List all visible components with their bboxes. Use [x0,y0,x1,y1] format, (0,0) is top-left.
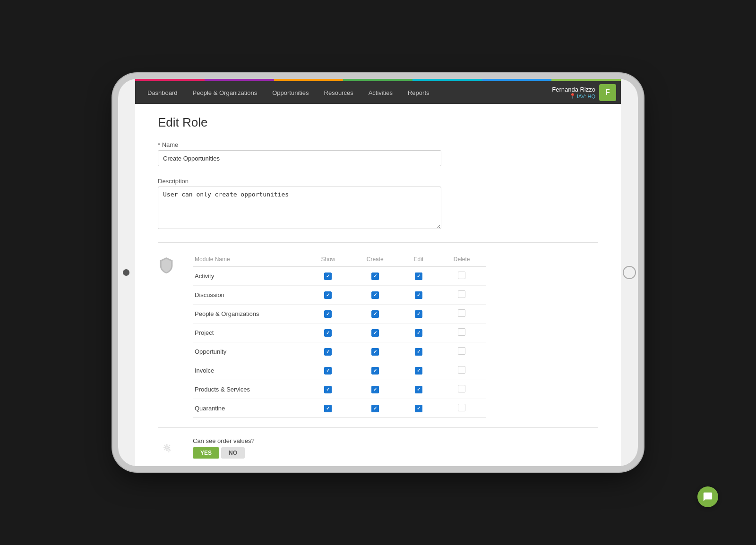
checkbox-edit[interactable] [415,291,422,299]
nav-item-dashboard[interactable]: Dashboard [140,81,185,104]
table-row: Discussion [193,286,486,305]
table-row: People & Organizations [193,305,486,324]
checkbox-delete[interactable] [458,404,465,411]
nav-item-resources[interactable]: Resources [317,81,361,104]
nav-items: DashboardPeople & OrganizationsOpportuni… [140,81,552,104]
perm-show [306,361,351,380]
settings-section: Can see order values? YES NO Can access … [158,437,598,466]
perm-edit [400,342,438,361]
permissions-section: Module NameShowCreateEditDelete Activity… [158,252,598,418]
nav-item-activities[interactable]: Activities [361,81,400,104]
perm-delete [438,324,486,342]
checkbox-delete[interactable] [458,385,465,392]
perm-edit [400,305,438,324]
checkbox-create[interactable] [371,405,379,412]
module-name: People & Organizations [193,305,306,324]
description-textarea[interactable] [158,187,441,229]
perm-show [306,267,351,286]
name-input[interactable] [158,150,441,166]
perm-delete [438,305,486,324]
perm-edit [400,399,438,418]
svg-rect-13 [168,451,170,452]
tablet-camera [123,269,129,276]
module-name: Project [193,324,306,342]
svg-rect-8 [164,449,166,451]
shield-icon-container [158,252,181,276]
perm-delete [438,267,486,286]
shield-icon [158,257,175,274]
col-header-module-name: Module Name [193,252,306,267]
checkbox-show[interactable] [324,367,332,375]
chat-icon [703,492,713,502]
checkbox-create[interactable] [371,367,379,375]
checkbox-edit[interactable] [415,329,422,337]
perm-delete [438,342,486,361]
nav-item-opportunities[interactable]: Opportunities [265,81,316,104]
checkbox-edit[interactable] [415,348,422,356]
perm-edit [400,267,438,286]
module-name: Products & Services [193,380,306,399]
module-name: Discussion [193,286,306,305]
perm-show [306,342,351,361]
col-header-delete: Delete [438,252,486,267]
perm-show [306,305,351,324]
perm-create [351,342,400,361]
perm-edit [400,286,438,305]
checkbox-edit[interactable] [415,367,422,375]
nav-right: Fernanda Rizzo 📍 IAV: HQ F [552,84,616,101]
perm-create [351,305,400,324]
perm-edit [400,324,438,342]
checkbox-delete[interactable] [458,272,465,279]
checkbox-edit[interactable] [415,386,422,393]
checkbox-edit[interactable] [415,405,422,412]
perm-edit [400,361,438,380]
checkbox-create[interactable] [371,272,379,280]
user-name: Fernanda Rizzo [552,86,595,93]
checkbox-show[interactable] [324,348,332,356]
user-avatar[interactable]: F [599,84,616,101]
table-row: Activity [193,267,486,286]
checkbox-delete[interactable] [458,366,465,374]
checkbox-delete[interactable] [458,328,465,336]
checkbox-edit[interactable] [415,272,422,280]
perm-create [351,267,400,286]
checkbox-create[interactable] [371,310,379,318]
perm-delete [438,286,486,305]
nav-item-reports[interactable]: Reports [400,81,437,104]
checkbox-create[interactable] [371,386,379,393]
checkbox-show[interactable] [324,291,332,299]
module-name: Invoice [193,361,306,380]
perm-show [306,324,351,342]
perm-delete [438,380,486,399]
access-opps-row: Can access everyone's opportunities? YES… [193,465,598,466]
checkbox-delete[interactable] [458,347,465,355]
checkbox-delete[interactable] [458,309,465,317]
table-row: Invoice [193,361,486,380]
nav-item-people-orgs[interactable]: People & Organizations [185,81,265,104]
checkbox-show[interactable] [324,405,332,412]
checkbox-delete[interactable] [458,290,465,298]
chat-bubble[interactable] [697,486,718,507]
user-info: Fernanda Rizzo 📍 IAV: HQ [552,86,595,99]
svg-rect-2 [166,444,168,446]
order-values-toggle: YES NO [193,447,598,459]
checkbox-show[interactable] [324,272,332,280]
checkbox-create[interactable] [371,329,379,337]
col-header-edit: Edit [400,252,438,267]
divider-2 [158,427,598,428]
checkbox-show[interactable] [324,329,332,337]
order-values-no-button[interactable]: NO [221,447,245,459]
tablet-home-button[interactable] [623,266,636,279]
gear-icon [158,440,177,457]
svg-rect-6 [164,444,166,446]
order-values-yes-button[interactable]: YES [193,447,219,459]
checkbox-show[interactable] [324,386,332,393]
table-row: Quarantine [193,399,486,418]
checkbox-edit[interactable] [415,310,422,318]
table-body: ActivityDiscussionPeople & Organizations… [193,267,486,418]
main-content: Edit Role * Name Description [135,104,621,466]
svg-rect-7 [169,444,171,446]
checkbox-show[interactable] [324,310,332,318]
checkbox-create[interactable] [371,291,379,299]
checkbox-create[interactable] [371,348,379,356]
